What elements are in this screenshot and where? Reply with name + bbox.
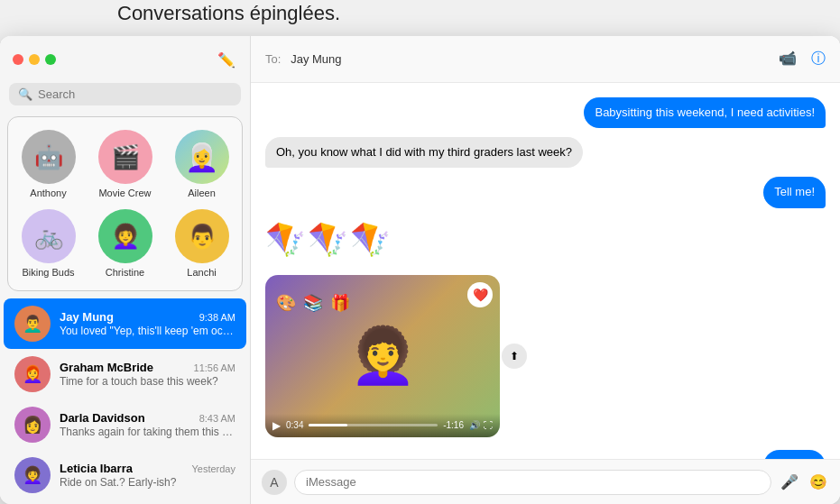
share-button[interactable]: ⬆ — [502, 344, 527, 369]
pinned-section: 🤖 Anthony 🎬 Movie Crew 👩‍🦳 Aileen 🚲 Biki… — [7, 116, 243, 291]
conversation-list: 👨‍🦱 Jay Mung 9:38 AM You loved "Yep, thi… — [0, 298, 250, 504]
pinned-avatar-anthony: 🤖 — [22, 130, 76, 184]
video-player[interactable]: 🎨 📚 🎁 👩‍🦱 ❤️ ▶ 0:34 — [265, 275, 500, 437]
maximize-button[interactable] — [45, 54, 56, 65]
search-icon: 🔍 — [18, 87, 32, 101]
conv-avatar-graham: 👩‍🦰 — [14, 356, 51, 392]
close-button[interactable] — [13, 54, 23, 65]
emoji-button[interactable]: 😊 — [808, 472, 829, 493]
conv-time-jay: 9:38 AM — [199, 312, 235, 323]
pinned-avatar-biking-buds: 🚲 — [22, 209, 76, 263]
pinned-item-aileen[interactable]: 👩‍🦳 Aileen — [165, 126, 238, 202]
progress-bar[interactable] — [309, 424, 438, 426]
conv-name-jay: Jay Mung — [60, 310, 114, 324]
volume-icon[interactable]: 🔊 — [469, 420, 480, 430]
conv-preview-graham: Time for a touch base this week? — [60, 375, 235, 388]
to-label: To: — [265, 52, 281, 66]
pinned-item-lanchi[interactable]: 👨 Lanchi — [165, 206, 238, 281]
bubble-graders: Oh, you know what I did with my third gr… — [265, 137, 583, 168]
pinned-name-aileen: Aileen — [188, 188, 216, 198]
pinned-name-anthony: Anthony — [30, 188, 66, 198]
conv-name-darla: Darla Davidson — [60, 411, 145, 425]
conv-time-darla: 8:43 AM — [199, 413, 235, 424]
bubble-babysitting: Babysitting this weekend, I need activit… — [584, 97, 826, 128]
pinned-item-christine[interactable]: 👩‍🦱 Christine — [88, 206, 162, 281]
progress-fill — [309, 424, 347, 426]
amazing-col: Amazing idea! Delivered — [730, 450, 826, 459]
conv-name-graham: Graham McBride — [60, 361, 153, 374]
conv-preview-darla: Thanks again for taking them this weeken… — [60, 426, 235, 438]
pinned-name-biking-buds: Biking Buds — [22, 267, 74, 278]
video-icons: 🔊 ⛶ — [469, 420, 493, 430]
video-controls: ▶ 0:34 -1:16 🔊 ⛶ — [265, 414, 500, 437]
chat-header-icons: 📹 ⓘ — [779, 50, 826, 69]
sidebar: ✏️ 🔍 🤖 Anthony 🎬 Movie Crew 👩‍🦳 — [0, 36, 251, 504]
bubble-amazing: Amazing idea! — [763, 450, 826, 459]
conv-avatar-leticia: 👩‍🦱 — [14, 457, 51, 493]
pinned-name-christine: Christine — [106, 267, 144, 278]
conv-preview-leticia: Ride on Sat.? Early-ish? — [60, 476, 235, 489]
input-bar: A 🎤 😊 — [251, 459, 840, 504]
msg-row-babysitting: Babysitting this weekend, I need activit… — [265, 97, 826, 128]
conv-time-leticia: Yesterday — [191, 463, 235, 474]
video-person: 👩‍🦱 — [265, 275, 500, 437]
chat-recipient: To: Jay Mung — [265, 52, 342, 66]
conv-info-graham: Graham McBride 11:56 AM Time for a touch… — [60, 361, 235, 388]
time-played: 0:34 — [286, 420, 303, 430]
pinned-grid: 🤖 Anthony 🎬 Movie Crew 👩‍🦳 Aileen 🚲 Biki… — [12, 126, 238, 281]
msg-row-tellme: Tell me! — [265, 177, 826, 207]
minimize-button[interactable] — [29, 54, 40, 65]
conv-info-jay: Jay Mung 9:38 AM You loved "Yep, this'll… — [60, 310, 235, 337]
search-input[interactable] — [38, 87, 232, 101]
conv-item-leticia[interactable]: 👩‍🦱 Leticia Ibarra Yesterday Ride on Sat… — [4, 450, 246, 500]
video-call-icon[interactable]: 📹 — [779, 50, 797, 69]
kite-1: 🪁 — [265, 221, 306, 259]
kites-row: 🪁 🪁 🪁 — [265, 221, 391, 259]
pinned-avatar-lanchi: 👨 — [175, 209, 229, 263]
pinned-item-movie-crew[interactable]: 🎬 Movie Crew — [88, 126, 162, 202]
chat-header: To: Jay Mung 📹 ⓘ — [251, 36, 840, 83]
pinned-item-biking-buds[interactable]: 🚲 Biking Buds — [12, 206, 85, 281]
conv-time-graham: 11:56 AM — [194, 362, 235, 373]
video-heart-reaction: ❤️ — [467, 282, 493, 307]
app-store-button[interactable]: A — [262, 470, 287, 495]
conv-item-darla[interactable]: 👩 Darla Davidson 8:43 AM Thanks again fo… — [4, 399, 246, 450]
messages-area: Babysitting this weekend, I need activit… — [251, 83, 840, 459]
msg-row-amazing: Amazing idea! Delivered — [265, 450, 826, 459]
play-button[interactable]: ▶ — [272, 419, 281, 432]
bubble-tellme: Tell me! — [763, 177, 826, 207]
msg-row-kites: 🪁 🪁 🪁 — [265, 217, 826, 262]
conv-item-graham[interactable]: 👩‍🦰 Graham McBride 11:56 AM Time for a t… — [4, 349, 246, 399]
kite-3: 🪁 — [350, 221, 391, 259]
conv-info-darla: Darla Davidson 8:43 AM Thanks again for … — [60, 411, 235, 438]
pinned-name-lanchi: Lanchi — [187, 267, 216, 278]
conv-item-jay[interactable]: 👨‍🦱 Jay Mung 9:38 AM You loved "Yep, thi… — [4, 298, 246, 349]
audio-button[interactable]: 🎤 — [779, 472, 800, 493]
info-icon[interactable]: ⓘ — [811, 50, 826, 69]
search-bar: 🔍 — [9, 83, 241, 105]
traffic-lights — [13, 54, 56, 65]
conv-avatar-jay: 👨‍🦱 — [14, 306, 51, 342]
compose-button[interactable]: ✏️ — [216, 49, 237, 70]
conv-preview-jay: You loved "Yep, this'll keep 'em occupie… — [60, 325, 235, 337]
conv-name-leticia: Leticia Ibarra — [60, 462, 133, 475]
pinned-avatar-movie-crew: 🎬 — [98, 130, 152, 184]
time-remaining: -1:16 — [443, 420, 464, 430]
fullscreen-icon[interactable]: ⛶ — [484, 420, 493, 430]
recipient-name: Jay Mung — [291, 52, 341, 66]
conv-avatar-darla: 👩 — [14, 407, 51, 443]
titlebar: ✏️ — [0, 36, 250, 83]
kite-2: 🪁 — [308, 221, 348, 259]
chat-area: To: Jay Mung 📹 ⓘ Babysitting this weeken… — [251, 36, 840, 504]
pinned-name-movie-crew: Movie Crew — [98, 188, 151, 198]
video-wrapper: 🎨 📚 🎁 👩‍🦱 ❤️ ▶ 0:34 — [265, 271, 500, 441]
conv-info-leticia: Leticia Ibarra Yesterday Ride on Sat.? E… — [60, 462, 235, 489]
pinned-avatar-christine: 👩‍🦱 — [98, 209, 152, 263]
pinned-annotation: Conversations épinglées. — [117, 2, 340, 25]
pinned-avatar-aileen: 👩‍🦳 — [175, 130, 229, 184]
msg-row-graders: Oh, you know what I did with my third gr… — [265, 137, 826, 168]
message-input[interactable] — [294, 470, 771, 495]
messages-window: ✏️ 🔍 🤖 Anthony 🎬 Movie Crew 👩‍🦳 — [0, 36, 840, 504]
pinned-item-anthony[interactable]: 🤖 Anthony — [12, 126, 85, 202]
msg-row-video: 🎨 📚 🎁 👩‍🦱 ❤️ ▶ 0:34 — [265, 271, 826, 441]
